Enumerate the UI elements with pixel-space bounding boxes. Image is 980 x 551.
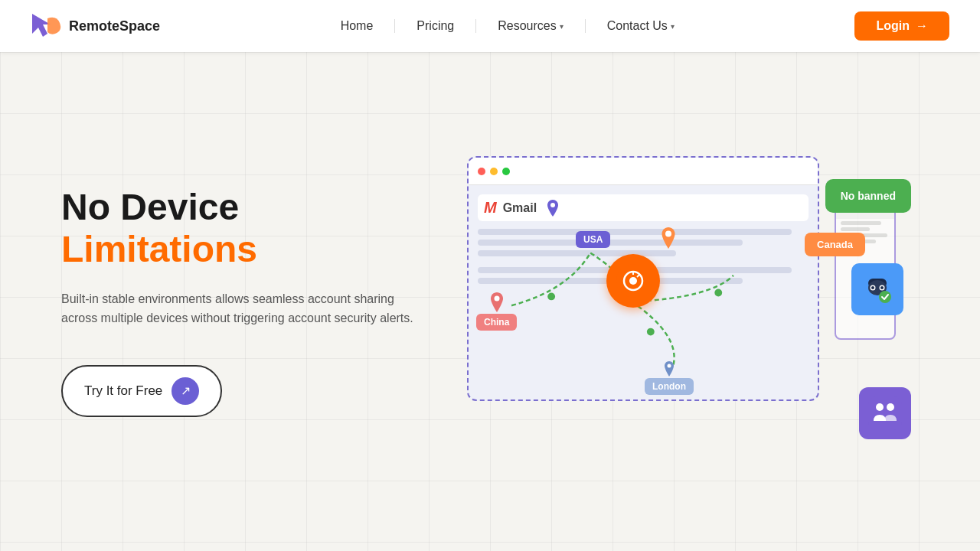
hero-illustration: M Gmail (429, 141, 919, 462)
pin-london: London (645, 361, 694, 395)
vpn-circle (606, 254, 660, 308)
logo-text: RemoteSpace (69, 18, 160, 34)
vpn-icon (616, 264, 650, 298)
pin-usa: USA (576, 231, 610, 248)
illustration-container: M Gmail (444, 141, 903, 462)
canada-text: Canada (817, 239, 853, 250)
browser-content: M Gmail (469, 185, 818, 399)
svg-point-6 (494, 296, 499, 302)
canada-badge: Canada (805, 233, 865, 256)
hero-title: No Device Limitations (61, 186, 429, 270)
hero-section: No Device Limitations Built-in stable en… (0, 52, 980, 551)
nav-resources[interactable]: Resources ▾ (476, 19, 585, 33)
login-button[interactable]: Login → (854, 11, 949, 41)
team-icon (868, 396, 902, 430)
spy-card (851, 263, 903, 315)
svg-point-4 (647, 328, 655, 336)
nav-contact[interactable]: Contact Us ▾ (586, 19, 696, 33)
content-line (478, 250, 676, 256)
browser-bar (469, 158, 818, 185)
gmail-location-icon (546, 200, 560, 217)
pin-london-label: London (645, 378, 694, 395)
logo[interactable]: RemoteSpace (31, 12, 160, 40)
nav-pricing[interactable]: Pricing (395, 19, 476, 33)
gmail-label: Gmail (503, 201, 537, 215)
arrow-right-icon: → (916, 19, 928, 33)
svg-point-19 (880, 286, 884, 289)
resources-chevron: ▾ (560, 22, 564, 31)
spy-icon (862, 274, 893, 305)
no-banned-text: No banned (841, 190, 896, 202)
dot-green (502, 168, 510, 175)
hero-description: Built-in stable environments allows seam… (61, 289, 413, 328)
svg-point-3 (547, 292, 555, 300)
contact-chevron: ▾ (671, 22, 675, 31)
svg-point-5 (714, 289, 722, 297)
pin-china-label: China (476, 314, 517, 331)
pin-china: China (476, 292, 517, 331)
svg-point-18 (871, 286, 874, 289)
nav-home[interactable]: Home (319, 19, 396, 33)
gmail-bar: M Gmail (478, 194, 808, 221)
svg-point-13 (665, 231, 671, 237)
navbar: RemoteSpace Home Pricing Resources ▾ Con… (0, 0, 980, 52)
svg-rect-21 (868, 396, 902, 430)
london-location-icon (663, 361, 675, 377)
team-card (859, 387, 911, 439)
logo-icon (31, 12, 63, 40)
try-free-button[interactable]: Try It for Free ↗ (61, 365, 222, 417)
hero-left: No Device Limitations Built-in stable en… (61, 186, 429, 417)
svg-point-20 (879, 291, 891, 303)
svg-point-23 (887, 403, 894, 411)
orange-pin (660, 227, 677, 252)
svg-point-22 (876, 403, 884, 411)
nav-links: Home Pricing Resources ▾ Contact Us ▾ (319, 19, 696, 33)
pin-usa-label: USA (576, 231, 610, 248)
svg-point-1 (550, 203, 555, 207)
no-banned-badge: No banned (825, 179, 911, 213)
browser-window: M Gmail (467, 156, 819, 401)
china-location-icon (489, 292, 505, 312)
gmail-m-icon: M (484, 199, 497, 217)
arrow-diagonal-icon: ↗ (172, 377, 199, 405)
content-line (478, 229, 792, 235)
dot-red (478, 168, 485, 175)
orange-pin-icon (660, 227, 677, 249)
dot-yellow (490, 168, 498, 175)
svg-point-10 (629, 277, 637, 285)
svg-point-7 (667, 364, 671, 368)
